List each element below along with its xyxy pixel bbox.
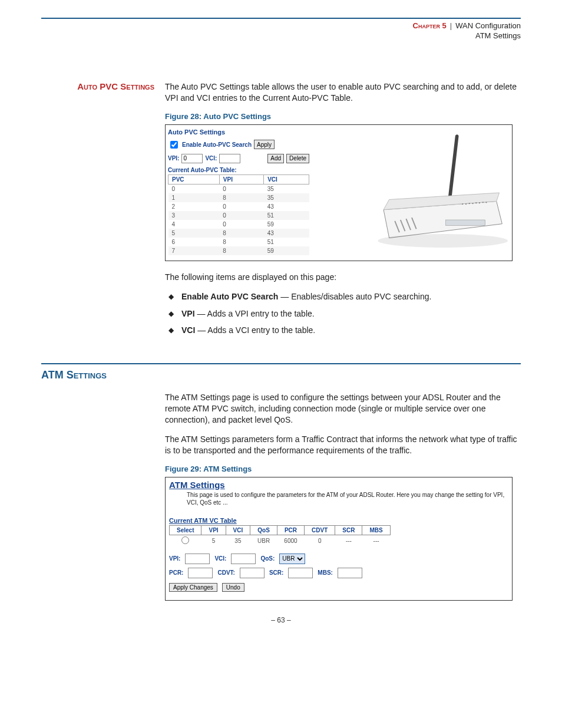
- auto-pvc-panel-title: Auto PVC Settings: [168, 129, 309, 136]
- form-pcr-input[interactable]: [188, 568, 213, 578]
- svg-point-9: [465, 203, 467, 205]
- svg-point-8: [462, 203, 463, 205]
- form-cdvt-input[interactable]: [240, 568, 265, 578]
- form-qos-label: QoS:: [260, 555, 275, 562]
- delete-button[interactable]: Delete: [286, 154, 309, 163]
- form-qos-select[interactable]: UBR: [279, 554, 305, 564]
- table-row: 1835: [168, 193, 309, 202]
- svg-rect-7: [446, 220, 485, 226]
- list-item: Enable Auto PVC Search — Enables/disable…: [165, 291, 521, 302]
- form-pcr-label: PCR:: [169, 569, 183, 576]
- auto-pvc-table: PVC VPI VCI 0035 1835 2043 3051 4059 584…: [168, 174, 309, 255]
- col-vci: VCI: [226, 525, 250, 535]
- vci-label: VCI:: [205, 155, 217, 162]
- svg-point-15: [485, 202, 487, 203]
- form-mbs-label: MBS:: [318, 569, 333, 576]
- router-illustration: [312, 125, 512, 261]
- col-vpi: VPI: [219, 174, 263, 184]
- apply-button[interactable]: Apply: [254, 140, 275, 149]
- page-header: Chapter 5 | WAN Configuration: [41, 21, 521, 30]
- svg-point-16: [378, 234, 508, 248]
- atm-vc-table-label: Current ATM VC Table: [169, 517, 508, 524]
- atm-vc-table: Select VPI VCI QoS PCR CDVT SCR MBS 5 35…: [169, 525, 391, 546]
- col-vpi: VPI: [201, 525, 226, 535]
- page-number: – 63 –: [41, 616, 521, 624]
- auto-pvc-side-heading: Auto PVC Settings: [41, 81, 159, 342]
- svg-point-10: [469, 203, 470, 204]
- header-sep: |: [450, 21, 452, 30]
- displayed-items-list: Enable Auto PVC Search — Enables/disable…: [165, 291, 521, 337]
- col-qos: QoS: [250, 525, 277, 535]
- header-rule: [41, 18, 521, 19]
- atm-p2: The ATM Settings parameters form a Traff…: [165, 434, 521, 456]
- vpi-label: VPI:: [168, 155, 179, 162]
- section-rule: [41, 363, 521, 364]
- auto-pvc-table-label: Current Auto-PVC Table:: [168, 167, 309, 173]
- col-pvc: PVC: [168, 174, 220, 184]
- table-row: 6851: [168, 238, 309, 246]
- table-row: 7859: [168, 246, 309, 255]
- enable-auto-pvc-checkbox[interactable]: [170, 141, 178, 149]
- vci-input[interactable]: [219, 154, 240, 163]
- atm-p1: The ATM Settings page is used to configu…: [165, 392, 521, 426]
- vpi-input[interactable]: [181, 154, 203, 163]
- apply-changes-button[interactable]: Apply Changes: [169, 583, 217, 592]
- table-row: 0035: [168, 184, 309, 193]
- svg-point-14: [482, 202, 484, 203]
- table-row: 2043: [168, 202, 309, 211]
- svg-point-11: [472, 203, 473, 204]
- atm-settings-heading: ATM Settings: [41, 369, 521, 381]
- figure-29: ATM Settings This page is used to config…: [165, 477, 513, 601]
- col-select: Select: [170, 525, 201, 535]
- undo-button[interactable]: Undo: [222, 583, 244, 592]
- atm-panel-desc: This page is used to configure the param…: [169, 491, 508, 506]
- form-scr-label: SCR:: [269, 569, 283, 576]
- auto-pvc-intro: The Auto PVC Settings table allows the u…: [165, 81, 521, 104]
- form-vpi-input[interactable]: [185, 554, 210, 564]
- vc-select-radio[interactable]: [181, 536, 189, 544]
- col-vci: VCI: [264, 174, 309, 184]
- table-row: 5 35 UBR 6000 0 --- ---: [170, 535, 391, 546]
- col-cdvt: CDVT: [305, 525, 335, 535]
- figure-29-caption: Figure 29: ATM Settings: [165, 465, 521, 473]
- table-row: 3051: [168, 211, 309, 220]
- figure-28-caption: Figure 28: Auto PVC Settings: [165, 112, 521, 121]
- figure-28: Auto PVC Settings Enable Auto-PVC Search…: [165, 124, 513, 261]
- list-item: VPI — Adds a VPI entry to the table.: [165, 308, 521, 319]
- table-row: 5843: [168, 229, 309, 238]
- enable-auto-pvc-label: Enable Auto-PVC Search: [182, 141, 252, 148]
- col-scr: SCR: [335, 525, 362, 535]
- svg-point-13: [479, 202, 480, 203]
- svg-point-12: [475, 202, 477, 203]
- list-item: VCI — Adds a VCI entry to the table.: [165, 325, 521, 336]
- form-vci-label: VCI:: [214, 555, 226, 562]
- atm-panel-title: ATM Settings: [169, 480, 508, 490]
- form-cdvt-label: CDVT:: [217, 569, 234, 576]
- header-title: WAN Configuration: [455, 21, 521, 30]
- table-row: 4059: [168, 220, 309, 229]
- form-scr-input[interactable]: [288, 568, 313, 578]
- col-pcr: PCR: [277, 525, 304, 535]
- form-vci-input[interactable]: [231, 554, 256, 564]
- form-vpi-label: VPI:: [169, 555, 180, 562]
- form-mbs-input[interactable]: [338, 568, 362, 578]
- header-chapter: Chapter 5: [413, 21, 447, 30]
- displayed-items-intro: The following items are displayed on thi…: [165, 272, 521, 283]
- header-subtitle: ATM Settings: [41, 31, 521, 40]
- add-button[interactable]: Add: [267, 154, 284, 163]
- col-mbs: MBS: [362, 525, 390, 535]
